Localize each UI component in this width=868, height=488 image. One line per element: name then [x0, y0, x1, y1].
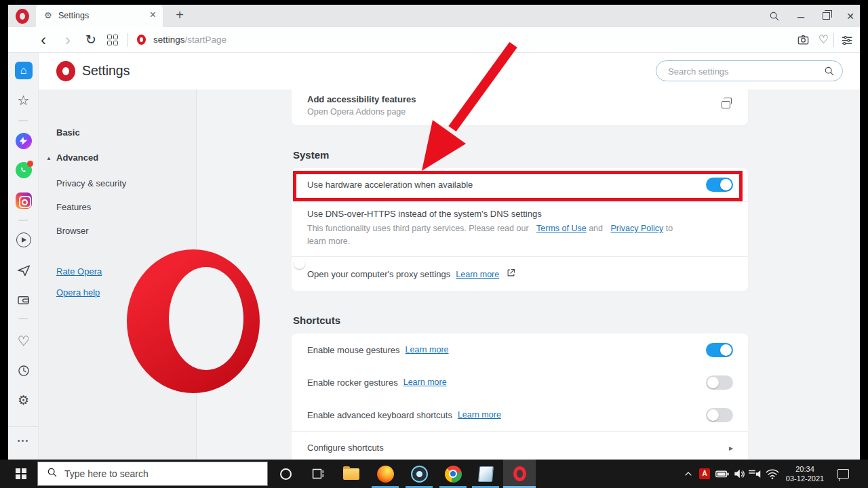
- rail-divider: [18, 318, 28, 319]
- new-tab-button[interactable]: +: [171, 7, 189, 24]
- start-button[interactable]: [9, 460, 33, 488]
- firefox-icon: [377, 466, 394, 483]
- opera-badge-icon[interactable]: [137, 27, 146, 52]
- rocker-gestures-row: Enable rocker gestures Learn more: [292, 366, 748, 399]
- speaker-icon[interactable]: [731, 460, 747, 488]
- task-view-button[interactable]: [302, 460, 332, 488]
- speed-dial-grid-icon[interactable]: [107, 27, 118, 52]
- opera-logo-icon: [16, 9, 29, 24]
- mouse-gestures-row: Enable mouse gestures Learn more: [292, 333, 748, 366]
- easy-setup-sliders-icon[interactable]: [841, 27, 853, 52]
- personal-news-heart-icon[interactable]: ♡: [8, 333, 39, 349]
- address-bar[interactable]: settings/startPage: [153, 27, 226, 52]
- my-flow-icon[interactable]: [8, 263, 39, 278]
- opera-menu-button[interactable]: [14, 7, 31, 25]
- nav-item-advanced[interactable]: Advanced: [56, 152, 98, 163]
- rail-divider: [18, 220, 28, 221]
- settings-search-input[interactable]: [668, 64, 810, 78]
- proxy-settings-row[interactable]: Open your computer's proxy settings Lear…: [292, 257, 748, 291]
- section-heading-system: System: [293, 149, 329, 161]
- firefox-button[interactable]: [370, 460, 400, 488]
- back-button[interactable]: ‹: [41, 27, 46, 52]
- opera-help-link[interactable]: Opera help: [56, 287, 100, 298]
- settings-header: Settings: [39, 53, 860, 89]
- reload-button[interactable]: ↻: [85, 27, 96, 52]
- search-icon: [47, 467, 58, 481]
- restore-button[interactable]: [823, 5, 830, 27]
- shortcuts-card: Enable mouse gestures Learn more Enable …: [292, 333, 748, 460]
- nav-item-features[interactable]: Features: [56, 202, 91, 212]
- snapshot-camera-icon[interactable]: [797, 27, 810, 52]
- terms-of-use-link[interactable]: Terms of Use: [536, 224, 587, 233]
- browser-search-icon[interactable]: [769, 5, 780, 27]
- tab-settings[interactable]: ⚙ Settings ×: [36, 5, 163, 27]
- tray-expand-chevron[interactable]: [681, 460, 696, 488]
- minimize-button[interactable]: –: [797, 5, 804, 27]
- volume-mixer-icon[interactable]: [746, 460, 764, 488]
- bookmark-heart-icon[interactable]: ♡: [818, 27, 829, 52]
- rate-opera-link[interactable]: Rate Opera: [56, 266, 102, 277]
- player-icon[interactable]: [8, 232, 39, 247]
- keyboard-shortcuts-toggle[interactable]: [706, 408, 733, 422]
- settings-gear-icon[interactable]: ⚙: [8, 392, 39, 408]
- gear-icon: ⚙: [44, 10, 52, 20]
- notepad-button[interactable]: [471, 460, 500, 488]
- dns-over-https-row: Use DNS-over-HTTPS instead of the system…: [292, 202, 748, 256]
- privacy-policy-link[interactable]: Privacy Policy: [610, 224, 663, 233]
- mouse-gestures-learn-more-link[interactable]: Learn more: [406, 345, 449, 354]
- action-center-button[interactable]: [833, 460, 853, 488]
- nav-item-basic[interactable]: Basic: [56, 127, 80, 138]
- history-clock-icon[interactable]: [8, 364, 39, 378]
- file-explorer-button[interactable]: [336, 460, 366, 488]
- folder-icon: [343, 468, 359, 480]
- nav-item-browser[interactable]: Browser: [56, 226, 89, 236]
- opera-logo-watermark: [127, 249, 260, 393]
- taskbar-search-input[interactable]: [64, 468, 241, 479]
- hardware-acceleration-row: Use hardware acceleration when available: [292, 168, 748, 201]
- bookmarks-star-icon[interactable]: ☆: [8, 92, 39, 108]
- dns-description: This functionality uses third party serv…: [307, 222, 687, 249]
- settings-page: ⌂ ☆ ♡ ⚙ •••: [8, 53, 860, 460]
- taskbar-clock[interactable]: 20:34 03-12-2021: [781, 460, 829, 488]
- sidebar-setup-ellipsis[interactable]: •••: [8, 436, 39, 445]
- search-icon: [824, 66, 835, 79]
- system-card: Use hardware acceleration when available…: [292, 168, 748, 291]
- rocker-gestures-toggle[interactable]: [706, 375, 733, 390]
- opera-icon: [513, 466, 526, 481]
- whatsapp-icon[interactable]: [8, 162, 39, 178]
- hardware-acceleration-toggle[interactable]: [706, 178, 733, 192]
- close-window-button[interactable]: ✕: [846, 5, 854, 27]
- screen-recorder-button[interactable]: [404, 460, 434, 488]
- rocker-gestures-learn-more-link[interactable]: Learn more: [403, 378, 447, 387]
- keyboard-shortcuts-learn-more-link[interactable]: Learn more: [458, 410, 501, 420]
- wifi-icon[interactable]: [764, 460, 781, 488]
- nav-item-privacy-security[interactable]: Privacy & security: [56, 178, 126, 188]
- toolbar-divider: [833, 27, 834, 52]
- proxy-learn-more-link[interactable]: Learn more: [456, 270, 499, 279]
- taskbar-search[interactable]: [37, 462, 268, 486]
- chrome-button[interactable]: [438, 460, 468, 488]
- collapse-triangle-icon[interactable]: ▲: [46, 155, 52, 161]
- restore-icon: [823, 12, 830, 20]
- home-icon: ⌂: [20, 64, 27, 76]
- adobe-tray-icon[interactable]: A: [697, 460, 712, 488]
- chevron-right-icon: ▸: [729, 443, 733, 453]
- open-addons-icon[interactable]: [722, 101, 730, 108]
- rocker-gestures-label: Enable rocker gestures: [307, 378, 398, 388]
- settings-search[interactable]: [656, 60, 843, 81]
- battery-icon[interactable]: [713, 460, 731, 488]
- forward-button[interactable]: ›: [65, 27, 71, 52]
- accessibility-subtitle: Open Opera Addons page: [307, 107, 406, 117]
- messenger-icon[interactable]: [8, 133, 39, 149]
- section-heading-shortcuts: Shortcuts: [293, 314, 340, 326]
- accessibility-card[interactable]: Add accessibility features Open Opera Ad…: [292, 89, 748, 125]
- opera-taskbar-button-active[interactable]: [503, 460, 536, 488]
- tab-close-icon[interactable]: ×: [150, 9, 156, 21]
- instagram-icon[interactable]: [8, 192, 39, 209]
- mouse-gestures-toggle[interactable]: [706, 343, 733, 357]
- configure-shortcuts-row[interactable]: Configure shortcuts ▸: [292, 432, 748, 460]
- cortana-button[interactable]: [273, 460, 298, 488]
- speed-dial-button[interactable]: ⌂: [8, 62, 39, 79]
- notepad-icon: [477, 466, 493, 482]
- wallet-icon[interactable]: [8, 293, 39, 307]
